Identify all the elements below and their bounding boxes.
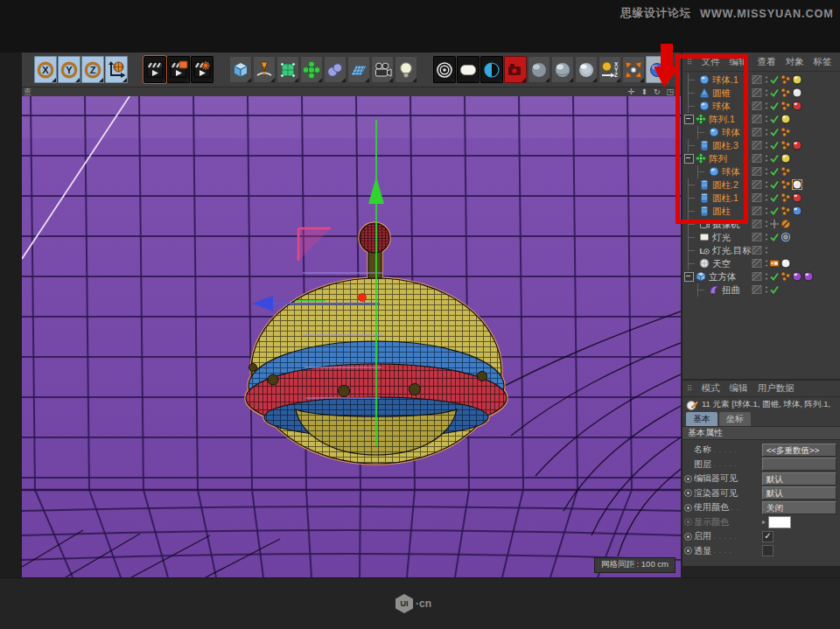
visibility-dots-icon[interactable] (763, 114, 769, 125)
enabled-check-icon[interactable] (769, 192, 780, 204)
visibility-dots-icon[interactable] (763, 74, 769, 86)
render_visible-dropdown[interactable]: 默认 (762, 486, 836, 500)
animate-dot-icon[interactable] (682, 547, 694, 555)
layer-hatch-icon[interactable] (752, 192, 763, 204)
compositing-tag-icon[interactable] (769, 258, 780, 269)
enabled-check-icon[interactable] (769, 271, 780, 283)
xray-checkbox[interactable] (762, 545, 774, 556)
layer-hatch-icon[interactable] (752, 127, 763, 138)
visibility-dots-icon[interactable] (763, 206, 769, 217)
deformer-button[interactable] (300, 56, 323, 83)
pan-icon[interactable]: ✛ (628, 87, 635, 96)
camera-tool-button[interactable] (371, 56, 394, 83)
enabled-check-icon[interactable] (769, 114, 780, 125)
visibility-dots-icon[interactable] (763, 232, 769, 243)
material-tag-icon[interactable] (792, 140, 803, 151)
enabled-check-icon[interactable] (769, 206, 780, 217)
object-row[interactable]: L灯光.目标.1 (682, 244, 840, 257)
visibility-dots-icon[interactable] (763, 219, 769, 230)
enabled-check-icon[interactable] (769, 127, 780, 138)
name-input[interactable]: <<多重数值>> (762, 444, 836, 457)
layer-hatch-icon[interactable] (752, 74, 763, 86)
expand-arrow-icon[interactable]: ▸ (762, 518, 766, 526)
visibility-dots-icon[interactable] (763, 284, 769, 296)
material-tag-icon[interactable] (792, 101, 803, 112)
phong-tag-icon[interactable] (780, 127, 792, 138)
enabled-check-icon[interactable] (769, 87, 780, 99)
layer-hatch-icon[interactable] (752, 140, 763, 151)
layer-hatch-icon[interactable] (752, 153, 763, 164)
material-tag-icon[interactable] (792, 192, 803, 204)
menu-item-标签[interactable]: 标签 (814, 56, 832, 68)
floor-button[interactable] (347, 56, 370, 83)
phong-tag-icon[interactable] (780, 271, 792, 283)
bend-obj-icon[interactable] (709, 284, 720, 296)
object-row[interactable]: 扭曲 (682, 283, 840, 297)
target-rings-button[interactable] (433, 56, 456, 83)
enabled-check-icon[interactable] (769, 153, 780, 164)
visibility-dots-icon[interactable] (763, 153, 769, 164)
material-tag-selected-icon[interactable] (792, 179, 803, 191)
layer-hatch-icon[interactable] (752, 258, 763, 269)
material-tag-icon[interactable] (780, 153, 792, 164)
cube-primitive-button[interactable] (229, 56, 252, 83)
visibility-dots-icon[interactable] (763, 127, 769, 138)
phong-tag-icon[interactable] (780, 87, 792, 99)
object-row[interactable]: 天空 (682, 257, 840, 270)
material-tag-icon[interactable] (792, 87, 803, 99)
visibility-dots-icon[interactable] (763, 140, 769, 151)
metaball-button[interactable] (324, 56, 346, 83)
subdivision-button[interactable] (276, 56, 299, 83)
phong-tag-icon[interactable] (780, 74, 792, 86)
layer-hatch-icon[interactable] (752, 101, 763, 112)
protection-tag-icon[interactable] (780, 219, 792, 230)
render-view-button[interactable] (144, 56, 166, 83)
render-cam-button[interactable] (504, 56, 527, 83)
layer-hatch-icon[interactable] (752, 232, 763, 243)
render-settings-button[interactable] (191, 56, 214, 83)
phong-tag-icon[interactable] (780, 206, 792, 217)
material-tag-icon[interactable] (780, 114, 792, 125)
layer-hatch-icon[interactable] (752, 166, 763, 178)
use_color-dropdown[interactable]: 关闭 (762, 501, 836, 514)
animate-dot-icon[interactable] (682, 475, 694, 483)
visibility-dots-icon[interactable] (763, 101, 769, 112)
object-label[interactable]: 立方体 (709, 271, 737, 283)
enabled-check-icon[interactable] (769, 232, 780, 243)
material-tag-icon[interactable] (792, 271, 803, 283)
sky-obj-icon[interactable] (699, 258, 710, 269)
material-tag-icon[interactable] (792, 74, 803, 86)
animate-dot-icon[interactable] (682, 489, 694, 497)
object-label[interactable]: 扭曲 (722, 284, 740, 297)
visibility-dots-icon[interactable] (763, 271, 769, 283)
enabled-check-icon[interactable] (769, 179, 780, 191)
layer-hatch-icon[interactable] (752, 219, 763, 230)
enabled-checkbox[interactable]: ✓ (762, 531, 774, 542)
sphere-glass-button[interactable] (575, 56, 598, 83)
coord-globe-button[interactable] (105, 56, 128, 83)
menu-item-编辑[interactable]: 编辑 (730, 382, 748, 395)
viewport-menu-label[interactable]: 查 (24, 87, 32, 96)
visibility-dots-icon[interactable] (763, 258, 769, 269)
menu-item-查看[interactable]: 查看 (758, 56, 776, 68)
visibility-dots-icon[interactable] (763, 166, 769, 178)
sphere-reflect-button[interactable] (551, 56, 574, 83)
light-tool-button[interactable] (395, 56, 417, 83)
render-picture-button[interactable] (167, 56, 190, 83)
panel-grip-icon[interactable]: ⠿ (687, 384, 692, 393)
target-tag-icon[interactable] (780, 232, 792, 243)
cube-obj-icon[interactable] (696, 271, 707, 283)
enabled-check-icon[interactable] (769, 284, 780, 296)
visibility-dots-icon[interactable] (763, 245, 769, 256)
enabled-check-icon[interactable] (769, 101, 780, 112)
area-light-button[interactable] (457, 56, 480, 83)
editor_visible-dropdown[interactable]: 默认 (762, 472, 836, 486)
phong-tag-icon[interactable] (780, 179, 792, 191)
layer-hatch-icon[interactable] (752, 206, 763, 217)
enabled-check-icon[interactable] (769, 140, 780, 151)
sphere-matte-button[interactable] (528, 56, 550, 83)
object-label[interactable]: 灯光.目标.1 (712, 245, 752, 257)
spline-pen-button[interactable] (253, 56, 276, 83)
light-target-obj-icon[interactable]: L (699, 245, 710, 256)
lock-z-button[interactable]: Z (81, 56, 104, 83)
